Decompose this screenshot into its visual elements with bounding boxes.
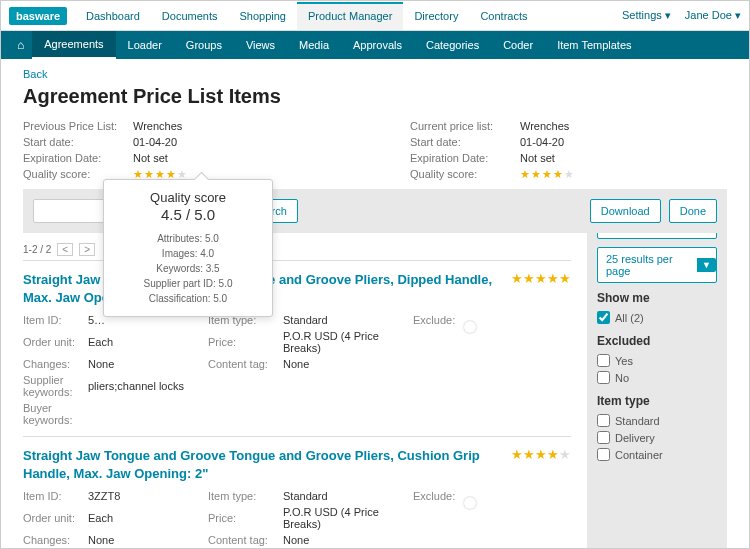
- top-nav: basware Dashboard Documents Shopping Pro…: [1, 1, 749, 31]
- changes-label: Changes:: [23, 534, 88, 546]
- exp-date-label: Expiration Date:: [23, 152, 133, 164]
- popover-row: Images: 4.0: [114, 246, 262, 261]
- start-date-label: Start date:: [23, 136, 133, 148]
- start-date-value: 01-04-20: [133, 136, 177, 148]
- tab-directory[interactable]: Directory: [403, 2, 469, 30]
- home-icon[interactable]: ⌂: [9, 38, 32, 52]
- popover-row: Keywords: 3.5: [114, 261, 262, 276]
- changes-label: Changes:: [23, 358, 88, 370]
- price-value: P.O.R USD (4 Price Breaks): [283, 506, 413, 530]
- content-tag-label: Content tag:: [208, 358, 283, 370]
- exp-date-value: Not set: [133, 152, 168, 164]
- showme-heading: Show me: [597, 291, 717, 305]
- back-link[interactable]: Back: [23, 68, 47, 80]
- quality-stars-right: ★★★★★: [520, 168, 575, 181]
- popover-title: Quality score: [114, 190, 262, 205]
- excluded-heading: Excluded: [597, 334, 717, 348]
- item-stars: ★★★★★: [503, 271, 571, 306]
- subtab-categories[interactable]: Categories: [414, 32, 491, 58]
- pager-next[interactable]: >: [79, 243, 95, 256]
- prev-list-value: Wrenches: [133, 120, 182, 132]
- popover-row: Attributes: 5.0: [114, 231, 262, 246]
- popover-score: 4.5 / 5.0: [114, 206, 262, 223]
- per-page-dropdown[interactable]: 25 results per page▼: [597, 247, 717, 283]
- top-tabs: Dashboard Documents Shopping Product Man…: [75, 2, 622, 30]
- sidebar: Sort by Relevance▼ 25 results per page▼ …: [587, 193, 727, 548]
- order-unit: Each: [88, 336, 208, 348]
- item-id: 3ZZT8: [88, 490, 208, 502]
- filter-delivery[interactable]: Delivery: [597, 429, 717, 446]
- logo: basware: [9, 7, 67, 25]
- filter-container[interactable]: Container: [597, 446, 717, 463]
- subtab-coder[interactable]: Coder: [491, 32, 545, 58]
- page-title: Agreement Price List Items: [23, 85, 727, 108]
- subtab-media[interactable]: Media: [287, 32, 341, 58]
- start-date-label-r: Start date:: [410, 136, 520, 148]
- pager-text: 1-2 / 2: [23, 244, 51, 255]
- tab-product-manager[interactable]: Product Manager: [297, 2, 403, 30]
- item-id-label: Item ID:: [23, 490, 88, 502]
- buyer-kw-label: Buyer keywords:: [23, 402, 88, 426]
- subtab-loader[interactable]: Loader: [116, 32, 174, 58]
- item-id-label: Item ID:: [23, 314, 88, 326]
- tab-contracts[interactable]: Contracts: [469, 2, 538, 30]
- price-value: P.O.R USD (4 Price Breaks): [283, 330, 413, 354]
- checkbox-container[interactable]: [597, 448, 610, 461]
- filter-standard[interactable]: Standard: [597, 412, 717, 429]
- toolbar: Search Download Done Quality score 4.5 /…: [23, 189, 727, 233]
- download-button[interactable]: Download: [590, 199, 661, 223]
- item-type: Standard: [283, 490, 413, 502]
- checkbox-yes[interactable]: [597, 354, 610, 367]
- popover-row: Classification: 5.0: [114, 291, 262, 306]
- exclude-label: Exclude:: [413, 490, 463, 502]
- item-stars: ★★★★★: [503, 447, 571, 482]
- exp-date-value-r: Not set: [520, 152, 555, 164]
- popover-row: Supplier part ID: 5.0: [114, 276, 262, 291]
- content-tag-value: None: [283, 534, 413, 546]
- tab-documents[interactable]: Documents: [151, 2, 229, 30]
- done-button[interactable]: Done: [669, 199, 717, 223]
- order-unit-label: Order unit:: [23, 336, 88, 348]
- subtab-approvals[interactable]: Approvals: [341, 32, 414, 58]
- order-unit-label: Order unit:: [23, 512, 88, 524]
- subtab-views[interactable]: Views: [234, 32, 287, 58]
- subtab-groups[interactable]: Groups: [174, 32, 234, 58]
- sub-nav: ⌂ Agreements Loader Groups Views Media A…: [1, 31, 749, 59]
- checkbox-delivery[interactable]: [597, 431, 610, 444]
- content-tag-value: None: [283, 358, 413, 370]
- subtab-item-templates[interactable]: Item Templates: [545, 32, 643, 58]
- filter-all[interactable]: All (2): [597, 309, 717, 326]
- supplier-kw-label: Supplier keywords:: [23, 374, 88, 398]
- prev-list-label: Previous Price List:: [23, 120, 133, 132]
- supplier-kw: pliers;channel locks: [88, 380, 523, 392]
- filter-no[interactable]: No: [597, 369, 717, 386]
- changes-value: None: [88, 534, 208, 546]
- tab-dashboard[interactable]: Dashboard: [75, 2, 151, 30]
- content-tag-label: Content tag:: [208, 534, 283, 546]
- chevron-down-icon: ▼: [697, 258, 716, 272]
- settings-link[interactable]: Settings ▾: [622, 9, 671, 22]
- start-date-value-r: 01-04-20: [520, 136, 564, 148]
- item-title-link[interactable]: Straight Jaw Tongue and Groove Tongue an…: [23, 447, 503, 482]
- exp-date-label-r: Expiration Date:: [410, 152, 520, 164]
- checkbox-no[interactable]: [597, 371, 610, 384]
- cur-list-value: Wrenches: [520, 120, 569, 132]
- quality-label-r: Quality score:: [410, 168, 520, 181]
- exclude-label: Exclude:: [413, 314, 463, 326]
- itemtype-heading: Item type: [597, 394, 717, 408]
- user-menu[interactable]: Jane Doe ▾: [685, 9, 741, 22]
- subtab-agreements[interactable]: Agreements: [32, 31, 115, 59]
- changes-value: None: [88, 358, 208, 370]
- filter-yes[interactable]: Yes: [597, 352, 717, 369]
- item-type: Standard: [283, 314, 413, 326]
- pager-prev[interactable]: <: [57, 243, 73, 256]
- item-type-label: Item type:: [208, 490, 283, 502]
- order-unit: Each: [88, 512, 208, 524]
- list-item: Straight Jaw Tongue and Groove Tongue an…: [23, 436, 571, 548]
- checkbox-standard[interactable]: [597, 414, 610, 427]
- price-label: Price:: [208, 336, 283, 348]
- tab-shopping[interactable]: Shopping: [229, 2, 298, 30]
- quality-score-popover: Quality score 4.5 / 5.0 Attributes: 5.0 …: [103, 179, 273, 317]
- checkbox-all[interactable]: [597, 311, 610, 324]
- meta-block: Previous Price List:Wrenches Start date:…: [23, 118, 727, 183]
